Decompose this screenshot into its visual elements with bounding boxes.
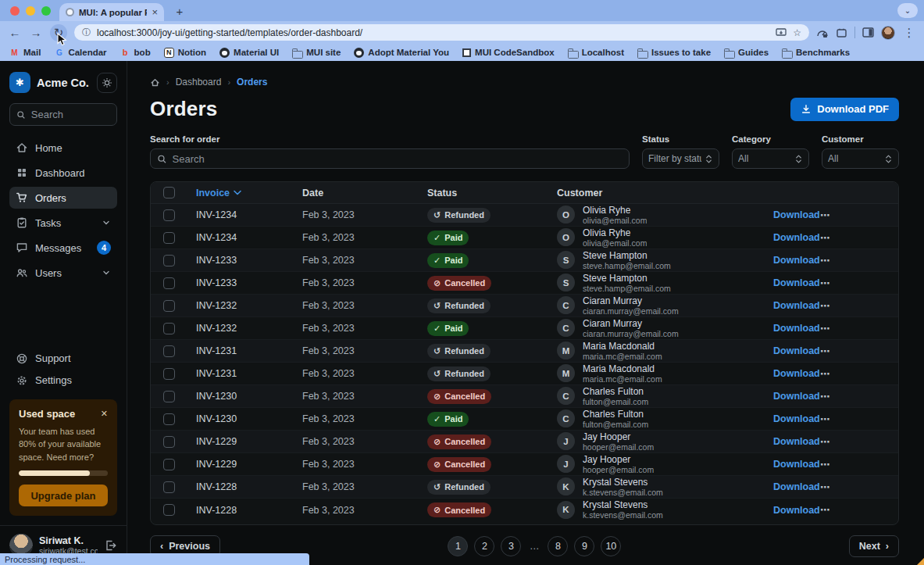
page-number-button[interactable]: 10: [601, 536, 621, 556]
close-icon[interactable]: ✕: [101, 409, 108, 419]
sidebar-search[interactable]: [9, 103, 117, 126]
row-actions-button[interactable]: ⋯: [811, 209, 898, 221]
maximize-window-button[interactable]: [41, 6, 51, 16]
sidebar-item-home[interactable]: Home: [9, 137, 117, 159]
row-actions-button[interactable]: ⋯: [811, 413, 898, 425]
order-search-input[interactable]: [173, 153, 623, 165]
row-checkbox[interactable]: [163, 459, 175, 470]
invoice-column-header[interactable]: Invoice: [187, 188, 293, 198]
side-panel-icon[interactable]: [862, 27, 874, 38]
bookmark-item[interactable]: Benchmarks: [782, 48, 850, 58]
minimize-window-button[interactable]: [26, 6, 35, 16]
row-checkbox[interactable]: [163, 413, 175, 425]
category-filter-select[interactable]: All: [732, 148, 809, 169]
brand-logo-icon[interactable]: ✱: [9, 72, 30, 93]
row-actions-button[interactable]: ⋯: [811, 436, 898, 448]
row-actions-button[interactable]: ⋯: [811, 323, 898, 334]
sidebar-item-messages[interactable]: Messages 4: [9, 237, 117, 259]
row-checkbox[interactable]: [163, 368, 175, 380]
bookmark-item[interactable]: Issues to take: [637, 48, 711, 58]
menu-kebab-icon[interactable]: ⋮: [902, 26, 916, 40]
download-link[interactable]: Download: [764, 323, 811, 334]
row-actions-button[interactable]: ⋯: [811, 255, 898, 266]
install-app-icon[interactable]: [776, 28, 787, 38]
search-input[interactable]: [31, 109, 110, 120]
bookmark-item[interactable]: Localhost: [568, 48, 624, 58]
download-link[interactable]: Download: [764, 277, 811, 288]
extensions-icon[interactable]: [836, 27, 847, 38]
sidebar-item-orders[interactable]: Orders: [9, 187, 117, 209]
reload-button[interactable]: ↻: [50, 24, 67, 41]
tab-close-icon[interactable]: ×: [152, 6, 158, 18]
row-checkbox[interactable]: [163, 300, 175, 312]
sidebar-item-dashboard[interactable]: Dashboard: [9, 162, 117, 184]
sidebar-item-settings[interactable]: Settings: [9, 370, 117, 392]
site-info-icon[interactable]: ⓘ: [82, 27, 91, 38]
page-number-button[interactable]: 2: [474, 536, 494, 556]
row-checkbox[interactable]: [163, 232, 175, 244]
download-link[interactable]: Download: [764, 505, 811, 516]
bookmark-item[interactable]: Adopt Material You: [354, 48, 449, 58]
forward-button[interactable]: →: [29, 26, 43, 39]
close-window-button[interactable]: [10, 6, 20, 16]
browser-tab[interactable]: MUI: A popular React UI fram ×: [59, 3, 164, 21]
row-checkbox[interactable]: [163, 323, 175, 334]
row-actions-button[interactable]: ⋯: [811, 300, 898, 312]
sidebar-item-users[interactable]: Users: [9, 262, 117, 284]
row-actions-button[interactable]: ⋯: [811, 277, 898, 289]
next-page-button[interactable]: Next ›: [849, 535, 899, 557]
download-link[interactable]: Download: [764, 459, 811, 470]
back-button[interactable]: ←: [8, 26, 22, 39]
address-bar[interactable]: ⓘ localhost:3000/joy-ui/getting-started/…: [74, 24, 809, 41]
row-checkbox[interactable]: [163, 209, 175, 221]
breadcrumb-orders[interactable]: Orders: [237, 77, 267, 88]
bookmark-item[interactable]: Notion: [164, 48, 206, 58]
download-pdf-button[interactable]: Download PDF: [790, 98, 899, 121]
row-actions-button[interactable]: ⋯: [811, 232, 898, 244]
page-number-button[interactable]: 8: [548, 536, 568, 556]
download-link[interactable]: Download: [764, 413, 811, 424]
upgrade-plan-button[interactable]: Upgrade plan: [19, 485, 108, 506]
row-actions-button[interactable]: ⋯: [811, 459, 898, 470]
sidebar-item-support[interactable]: Support: [9, 348, 117, 370]
status-filter-select[interactable]: Filter by status: [642, 148, 719, 169]
page-number-button[interactable]: …: [527, 536, 541, 556]
row-checkbox[interactable]: [163, 436, 175, 448]
row-actions-button[interactable]: ⋯: [811, 368, 898, 380]
tab-search-button[interactable]: ⌄: [897, 3, 918, 18]
row-checkbox[interactable]: [163, 391, 175, 402]
bookmark-item[interactable]: Material UI: [219, 48, 279, 58]
logout-button[interactable]: [104, 539, 117, 552]
download-link[interactable]: Download: [764, 255, 811, 266]
bookmark-item[interactable]: Calendar: [54, 48, 106, 58]
row-checkbox[interactable]: [163, 277, 175, 289]
home-icon[interactable]: [150, 77, 160, 88]
url-text[interactable]: localhost:3000/joy-ui/getting-started/te…: [97, 27, 769, 38]
bookmark-item[interactable]: Mail: [9, 48, 41, 58]
row-checkbox[interactable]: [163, 481, 175, 493]
sidebar-item-tasks[interactable]: Tasks: [9, 212, 117, 234]
download-link[interactable]: Download: [764, 481, 811, 492]
row-checkbox[interactable]: [163, 345, 175, 357]
row-actions-button[interactable]: ⋯: [811, 391, 898, 402]
bookmark-item[interactable]: MUI CodeSandbox: [462, 48, 555, 57]
privacy-gauge-icon[interactable]: [816, 27, 829, 38]
profile-avatar[interactable]: [881, 26, 895, 40]
download-link[interactable]: Download: [764, 209, 811, 220]
page-number-button[interactable]: 1: [448, 536, 468, 556]
theme-toggle-button[interactable]: [97, 73, 117, 93]
new-tab-button[interactable]: +: [172, 5, 187, 18]
bookmark-item[interactable]: MUI site: [292, 48, 341, 58]
order-search-field[interactable]: [150, 148, 630, 169]
bookmark-item[interactable]: bob: [120, 48, 151, 58]
row-checkbox[interactable]: [163, 504, 175, 516]
bookmark-star-icon[interactable]: ☆: [793, 27, 801, 38]
row-checkbox[interactable]: [163, 255, 175, 266]
row-actions-button[interactable]: ⋯: [811, 504, 898, 516]
page-number-button[interactable]: 9: [574, 536, 594, 556]
bookmark-item[interactable]: Guides: [724, 48, 769, 58]
download-link[interactable]: Download: [764, 391, 811, 402]
download-link[interactable]: Download: [764, 300, 811, 311]
download-link[interactable]: Download: [764, 232, 811, 243]
row-actions-button[interactable]: ⋯: [811, 345, 898, 357]
